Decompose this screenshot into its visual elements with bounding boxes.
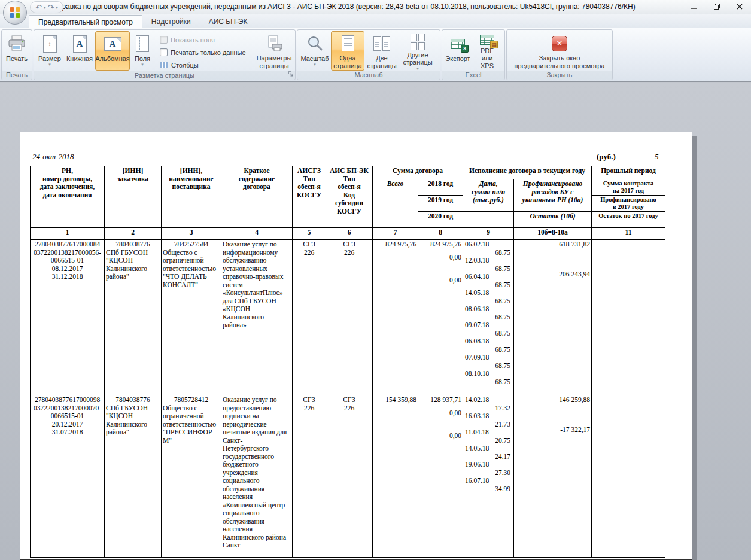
restore-button[interactable] <box>708 1 726 12</box>
cell-subject: Оказание услуг по информационному обслуж… <box>221 240 293 395</box>
columns-label: Столбцы <box>171 62 199 69</box>
one-page-icon <box>342 34 354 53</box>
cell-year-sums: 824 975,76 0,00 0,00 <box>418 240 463 395</box>
header-rest-2017: Остаток по 2017 году <box>592 212 665 228</box>
quick-access-toolbar: ↶▾ ↷▾ <box>30 1 63 13</box>
close-preview-icon: ✕ <box>552 34 567 53</box>
portrait-button[interactable]: A Книжная <box>64 31 95 71</box>
contracts-table: РН, номер договора, дата заключения, дат… <box>30 166 665 558</box>
table-row: 2780403877617000084 0372200138217000056-… <box>31 240 665 395</box>
redo-icon[interactable]: ↷ <box>47 4 54 11</box>
office-button[interactable] <box>3 1 27 25</box>
payment-date: 19.06.18 <box>464 461 512 469</box>
payment-amount: 68.75 <box>464 297 512 306</box>
cell-registry: 2780403877617000084 0372200138217000056-… <box>31 240 105 395</box>
payment-date: 16.07.18 <box>464 477 512 485</box>
payment-date: 06.08.18 <box>464 337 512 346</box>
cell-total: 824 975,76 <box>373 240 418 395</box>
margins-icon <box>136 34 149 54</box>
cell-customer: 7804038776 СПб ГБУСОН "КЦСОН Калининског… <box>105 240 162 395</box>
page-size-button[interactable]: ↕ Размер ▾ <box>35 31 64 71</box>
header-bpek-type: АИС БП-ЭК Тип обесп-я Код субсидии КОСГУ <box>326 166 373 228</box>
columns-icon <box>160 62 168 68</box>
page-setup-dialog-launcher-icon[interactable] <box>287 71 294 79</box>
landscape-button[interactable]: A Альбомная <box>95 31 130 71</box>
header-execution: Исполнение договора в текущем году <box>463 166 592 179</box>
portrait-page-icon: A <box>73 34 87 54</box>
group-close-label: Закрыть <box>507 71 612 80</box>
qat-customize-icon[interactable]: ▾ <box>73 4 75 10</box>
margins-dropdown-icon: ▾ <box>141 62 144 66</box>
payment-amount: 68.75 <box>464 330 512 338</box>
payment-amount: 20.75 <box>464 437 512 445</box>
close-window-button[interactable] <box>731 1 749 12</box>
group-zoom: Масштаб ▾ Одна страница Две страницы Дру… <box>297 29 440 80</box>
cell-customer: 7804038776 СПб ГБУСОН "КЦСОН Калининског… <box>105 395 162 559</box>
document-date: 24-окт-2018 <box>32 152 74 162</box>
export-excel-icon: X <box>451 34 465 54</box>
show-margins-checkbox <box>160 36 168 44</box>
data-only-checkbox[interactable] <box>160 48 168 56</box>
group-close: ✕ Закрыть окно предварительного просмотр… <box>506 29 613 80</box>
payment-date: 14.05.18 <box>464 289 512 297</box>
two-pages-button[interactable]: Две страницы <box>364 31 399 71</box>
payment-date: 07.09.18 <box>464 354 512 362</box>
cell-prev-period <box>592 395 665 559</box>
payment-amount: 68.75 <box>464 362 512 370</box>
payment-amount: 34.99 <box>464 485 512 494</box>
payment-amount: 68.75 <box>464 314 512 322</box>
minimize-button[interactable] <box>685 1 703 12</box>
header-2018: 2018 год <box>418 179 463 196</box>
tab-print-preview[interactable]: Предварительный просмотр <box>29 15 142 28</box>
payment-amount: 21.73 <box>464 421 512 429</box>
pdf-xps-button[interactable]: ▤ PDF или XPS <box>472 31 502 71</box>
columns-button[interactable]: Столбцы <box>160 59 251 71</box>
group-page-layout: ↕ Размер ▾ A Книжная A Альбомная Поля ▾ … <box>34 29 296 80</box>
cell-payments: 14.02.1817.3216.03.1821.7311.04.1820.751… <box>463 395 514 559</box>
zoom-button[interactable]: Масштаб ▾ <box>299 31 331 71</box>
payment-date: 12.03.18 <box>464 257 512 265</box>
close-preview-button[interactable]: ✕ Закрыть окно предварительного просмотр… <box>509 31 610 71</box>
cell-bpek-type: СГЗ 226 <box>326 240 373 395</box>
margins-button[interactable]: Поля ▾ <box>130 31 155 71</box>
cell-total: 154 359,88 <box>373 395 418 559</box>
undo-icon[interactable]: ↶ <box>35 4 42 11</box>
group-excel-label: Excel <box>442 71 504 80</box>
table-clip-area: РН, номер договора, дата заключения, дат… <box>30 166 667 558</box>
group-excel: X Экспорт ▤ PDF или XPS Excel <box>442 29 505 80</box>
print-button[interactable]: Печать <box>4 31 30 71</box>
header-financed-10a: Профинансировано расходов БУ с указанным… <box>514 179 592 212</box>
payment-date: 14.05.18 <box>464 445 512 453</box>
other-pages-button[interactable]: Другие страницы ▾ <box>399 31 436 71</box>
other-pages-dropdown-icon: ▾ <box>416 66 419 71</box>
cell-financed: 146 259,88 -17 322,17 <box>514 395 592 559</box>
cell-supplier: 7842527584 Общество с ограниченной ответ… <box>162 240 221 395</box>
window-controls <box>685 1 749 12</box>
other-pages-icon <box>411 34 425 50</box>
tab-ais-bpek[interactable]: АИС БП-ЭК <box>200 15 257 28</box>
page-setup-button[interactable]: Параметры страницы <box>254 31 294 71</box>
magnifier-icon <box>306 34 324 54</box>
one-page-button[interactable]: Одна страница <box>331 31 364 71</box>
two-pages-icon <box>373 34 390 53</box>
tab-addins[interactable]: Надстройки <box>142 15 200 28</box>
currency-note: (руб.) <box>597 152 616 162</box>
title-bar: Справка по договорам бюджетных учреждени… <box>0 0 751 14</box>
cell-prev-period <box>592 240 665 395</box>
header-subject: Краткое содержание договора <box>221 166 293 228</box>
payment-amount: 17.32 <box>464 404 512 413</box>
payment-date: 08.10.18 <box>464 370 512 378</box>
cell-supplier: 7805728412 Общество с ограниченной ответ… <box>162 395 221 559</box>
page-size-icon: ↕ <box>43 34 57 54</box>
header-total: Всего <box>373 179 418 228</box>
header-registry: РН, номер договора, дата заключения, дат… <box>31 166 105 228</box>
header-2020: 2020 год <box>418 212 463 228</box>
redo-dropdown-icon[interactable]: ▾ <box>56 5 58 10</box>
header-date-sum-empty <box>463 212 514 228</box>
header-date-sum: Дата, сумма пл/п (тыс.руб.) <box>463 179 514 212</box>
export-button[interactable]: X Экспорт <box>443 31 472 71</box>
ribbon: Печать Печать ↕ Размер ▾ A Книжная A Аль… <box>0 28 751 82</box>
header-supplier: [ИНН], наименование поставщика <box>162 166 221 228</box>
payment-date: 08.06.18 <box>464 305 512 314</box>
undo-dropdown-icon[interactable]: ▾ <box>44 5 46 10</box>
